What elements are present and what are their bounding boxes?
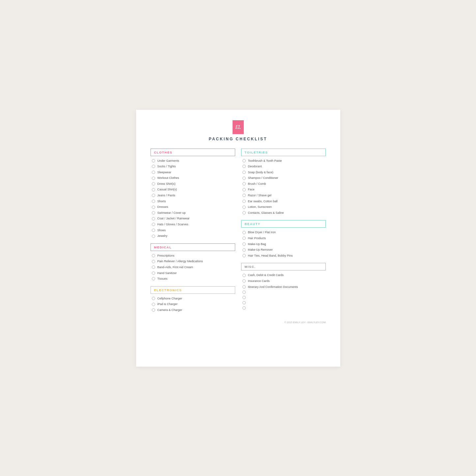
checkbox-circle[interactable] <box>152 266 155 269</box>
section-medical: MEDICALPrescriptionsPain Reliever / Alle… <box>151 243 235 281</box>
list-item[interactable]: Under Garments <box>151 159 235 163</box>
checkbox-circle[interactable] <box>152 303 155 306</box>
item-label: Hair Products <box>248 236 266 240</box>
list-item[interactable]: Insurance Cards <box>241 279 326 283</box>
list-item[interactable]: Hair Products <box>241 236 326 240</box>
item-label: Coat / Jacket / Rainwear <box>157 216 190 221</box>
list-item[interactable]: Blow Dryer / Flat Iron <box>241 230 326 235</box>
list-item[interactable]: Swimwear / Cover-up <box>151 211 235 215</box>
list-item[interactable]: Socks / Tights <box>151 164 235 169</box>
section-header-misc: MISC. <box>241 263 326 270</box>
list-item[interactable]: Brush / Comb <box>241 182 326 186</box>
list-item[interactable]: Contacts, Glasses & Saline <box>241 211 326 215</box>
list-item[interactable]: Lotion, Sunscreen <box>241 205 326 209</box>
item-label: Shoes <box>157 228 166 233</box>
checkbox-circle[interactable] <box>242 274 246 277</box>
list-item[interactable]: Soap (body & face) <box>241 170 326 175</box>
checkbox-circle[interactable] <box>152 194 155 197</box>
list-item[interactable]: Hats / Gloves / Scarves <box>151 222 235 227</box>
checkbox-circle[interactable] <box>242 285 246 289</box>
checkbox-circle[interactable] <box>242 248 246 252</box>
list-item[interactable]: Face <box>241 187 326 192</box>
list-item[interactable]: Toothbrush & Tooth Paste <box>241 159 326 163</box>
checkbox-circle[interactable] <box>242 200 246 203</box>
list-item[interactable]: Cash, Debit & Credit Cards <box>241 273 326 277</box>
footer: © 2015 EMILY LEY · EMILYLEY.COM <box>151 321 326 324</box>
checkbox-circle[interactable] <box>242 188 246 191</box>
item-label: Cash, Debit & Credit Cards <box>248 273 284 277</box>
list-item[interactable]: Sleepwear <box>151 170 235 175</box>
list-item[interactable]: Itinerary And Confirmation Documents <box>241 285 326 289</box>
list-item[interactable]: Jeans / Pants <box>151 193 235 198</box>
checkbox-circle-empty[interactable] <box>242 296 246 299</box>
checkbox-circle-empty[interactable] <box>242 291 246 294</box>
empty-list-item[interactable] <box>241 291 326 294</box>
checkbox-circle[interactable] <box>152 229 155 232</box>
item-label: Brush / Comb <box>248 182 266 186</box>
empty-list-item[interactable] <box>241 296 326 299</box>
checkbox-circle[interactable] <box>152 217 155 220</box>
checkbox-circle[interactable] <box>242 206 246 209</box>
list-item[interactable]: Hand Sanitizer <box>151 271 235 275</box>
checkbox-circle[interactable] <box>152 235 155 238</box>
checkbox-circle[interactable] <box>152 188 155 191</box>
list-item[interactable]: Shorts <box>151 199 235 204</box>
checkbox-circle[interactable] <box>152 297 155 300</box>
checkbox-circle[interactable] <box>152 159 155 162</box>
checkbox-circle-empty[interactable] <box>242 306 246 310</box>
empty-list-item[interactable] <box>241 301 326 304</box>
list-item[interactable]: Workout Clothes <box>151 176 235 180</box>
checkbox-circle[interactable] <box>152 308 155 312</box>
checkbox-circle[interactable] <box>242 254 246 257</box>
list-item[interactable]: Shoes <box>151 228 235 233</box>
checkbox-circle[interactable] <box>242 231 246 234</box>
checkbox-circle-empty[interactable] <box>242 301 246 304</box>
list-item[interactable]: Dresses <box>151 205 235 209</box>
checkbox-circle[interactable] <box>152 271 155 275</box>
list-item[interactable]: Ear swabs, Cotton ball <box>241 199 326 204</box>
item-label: Razor / Shave gel <box>248 193 272 198</box>
checkbox-circle[interactable] <box>152 206 155 209</box>
list-item[interactable]: Razor / Shave gel <box>241 193 326 198</box>
checkbox-circle[interactable] <box>152 254 155 257</box>
checkbox-circle[interactable] <box>152 260 155 263</box>
checkbox-circle[interactable] <box>152 177 155 180</box>
list-item[interactable]: Cellphone Charger <box>151 296 235 301</box>
checkbox-circle[interactable] <box>242 159 246 162</box>
checkbox-circle[interactable] <box>242 279 246 283</box>
checkbox-circle[interactable] <box>152 223 155 226</box>
checkbox-circle[interactable] <box>152 277 155 280</box>
list-item[interactable]: Hair Ties, Head Band, Bobby Pins <box>241 254 326 258</box>
list-item[interactable]: Deodorant <box>241 164 326 169</box>
list-item[interactable]: Casual Shirt(s) <box>151 187 235 192</box>
col-right: TOILETRIESToothbrush & Tooth PasteDeodor… <box>241 149 326 318</box>
checkbox-circle[interactable] <box>152 165 155 168</box>
item-label: Casual Shirt(s) <box>157 187 177 192</box>
checkbox-circle[interactable] <box>242 242 246 246</box>
checkbox-circle[interactable] <box>242 165 246 168</box>
checkbox-circle[interactable] <box>242 171 246 174</box>
list-item[interactable]: iPad & Charger <box>151 302 235 306</box>
list-item[interactable]: Prescriptions <box>151 254 235 258</box>
checkbox-circle[interactable] <box>242 182 246 185</box>
list-item[interactable]: Shampoo / Conditioner <box>241 176 326 180</box>
checkbox-circle[interactable] <box>242 194 246 197</box>
item-label: Hand Sanitizer <box>157 271 177 275</box>
list-item[interactable]: Band-Aids, First Aid Cream <box>151 265 235 269</box>
checkbox-circle[interactable] <box>242 237 246 240</box>
checkbox-circle[interactable] <box>242 177 246 180</box>
list-item[interactable]: Pain Reliever / Allergy Medications <box>151 259 235 264</box>
list-item[interactable]: Tissues <box>151 277 235 281</box>
list-item[interactable]: Coat / Jacket / Rainwear <box>151 216 235 221</box>
list-item[interactable]: Camera & Charger <box>151 308 235 312</box>
list-item[interactable]: Make-Up Bag <box>241 242 326 246</box>
list-item[interactable]: Dress Shirt(s) <box>151 182 235 186</box>
list-item[interactable]: Jewelry <box>151 234 235 238</box>
checkbox-circle[interactable] <box>242 211 246 214</box>
list-item[interactable]: Make-Up Remover <box>241 248 326 252</box>
checkbox-circle[interactable] <box>152 211 155 214</box>
checkbox-circle[interactable] <box>152 200 155 203</box>
empty-list-item[interactable] <box>241 306 326 310</box>
checkbox-circle[interactable] <box>152 182 155 185</box>
checkbox-circle[interactable] <box>152 171 155 174</box>
